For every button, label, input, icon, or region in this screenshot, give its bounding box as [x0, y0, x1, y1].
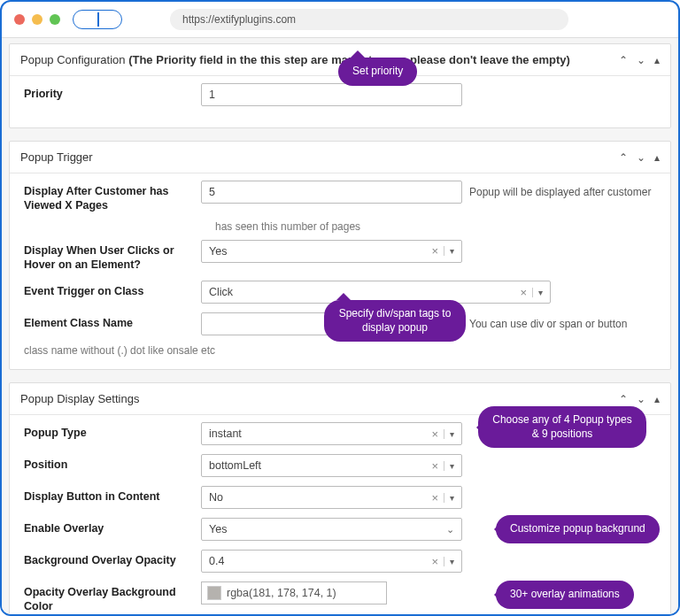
tab-switcher-icon[interactable] [73, 10, 122, 29]
element-class-hint: You can use div or span or button [469, 318, 656, 330]
caret-up-icon[interactable]: ▴ [654, 151, 660, 164]
click-hover-select[interactable]: Yes×▾ [201, 240, 462, 263]
chevron-down-icon[interactable]: ▾ [532, 288, 543, 297]
enable-overlay-label: Enable Overlay [24, 518, 201, 535]
panel-title: Popup Display Settings [20, 392, 139, 405]
overlay-color-label: Opacity Overlay Background Color [24, 581, 201, 614]
overlay-opacity-select[interactable]: 0.4×▾ [201, 550, 462, 573]
pages-hint: Popup will be displayed after customer [469, 186, 656, 198]
overlay-opacity-label: Background Overlay Opacity [24, 550, 201, 567]
clear-icon[interactable]: × [431, 459, 444, 473]
callout-specify-tags: Specify div/span tags to display popup [324, 300, 466, 342]
enable-overlay-select[interactable]: Yes⌄ [201, 518, 462, 541]
overlay-color-input[interactable]: rgba(181, 178, 174, 1) [201, 581, 387, 604]
chevron-down-icon[interactable]: ▾ [444, 557, 454, 566]
element-class-label: Element Class Name [24, 312, 201, 330]
clear-icon[interactable]: × [431, 427, 444, 441]
event-trigger-label: Event Trigger on Class [24, 281, 201, 298]
click-hover-label: Display When User Clicks or Hover on an … [24, 240, 201, 273]
callout-popup-types: Choose any of 4 Popup types & 9 position… [478, 406, 646, 448]
chevron-down-icon[interactable]: ⌄ [637, 54, 645, 66]
panel-title: Popup Trigger [20, 150, 93, 164]
chevron-down-icon[interactable]: ⌄ [637, 151, 645, 164]
position-select[interactable]: bottomLeft×▾ [201, 454, 462, 477]
display-button-select[interactable]: No×▾ [201, 486, 462, 509]
close-icon[interactable] [14, 14, 25, 25]
position-label: Position [24, 454, 201, 472]
caret-up-icon[interactable]: ▴ [654, 393, 660, 405]
callout-animations: 30+ overlay animations [496, 581, 634, 609]
address-bar[interactable]: https://extifyplugins.com [170, 9, 568, 30]
clear-icon[interactable]: × [431, 244, 444, 258]
clear-icon[interactable]: × [431, 555, 444, 568]
clear-icon[interactable]: × [520, 286, 532, 299]
chevron-down-icon[interactable]: ▾ [444, 429, 454, 439]
chevron-down-icon[interactable]: ⌄ [446, 524, 454, 535]
callout-set-priority: Set priority [338, 58, 417, 86]
caret-up-icon[interactable]: ▴ [654, 54, 660, 66]
panel-popup-configuration: Popup Configuration (The Priority field … [9, 43, 671, 128]
display-after-pages-input[interactable] [201, 181, 462, 204]
panel-title: Popup Configuration (The Priority field … [20, 53, 570, 66]
display-button-label: Display Button in Content [24, 486, 201, 504]
maximize-icon[interactable] [50, 14, 60, 25]
chevron-up-icon[interactable]: ⌃ [619, 151, 628, 164]
pages-subhint: has seen this number of pages [215, 220, 656, 233]
display-after-pages-label: Display After Customer has Viewed X Page… [24, 181, 201, 213]
chevron-down-icon[interactable]: ▾ [444, 493, 454, 503]
browser-titlebar: https://extifyplugins.com [2, 2, 678, 37]
color-swatch-icon [207, 586, 221, 600]
chevron-up-icon[interactable]: ⌃ [619, 54, 628, 66]
popup-type-select[interactable]: instant×▾ [201, 422, 462, 445]
clear-icon[interactable]: × [431, 491, 444, 504]
callout-customize-background: Customize popup backgrund [496, 515, 660, 543]
popup-type-label: Popup Type [24, 422, 201, 440]
priority-label: Priority [24, 83, 201, 101]
chevron-up-icon[interactable]: ⌃ [619, 393, 628, 405]
chevron-down-icon[interactable]: ⌄ [637, 393, 645, 405]
element-class-subhint: class name without (.) dot like onsale e… [24, 344, 656, 357]
chevron-down-icon[interactable]: ▾ [444, 461, 454, 471]
priority-input[interactable] [201, 83, 462, 106]
minimize-icon[interactable] [32, 14, 42, 25]
chevron-down-icon[interactable]: ▾ [444, 246, 454, 256]
